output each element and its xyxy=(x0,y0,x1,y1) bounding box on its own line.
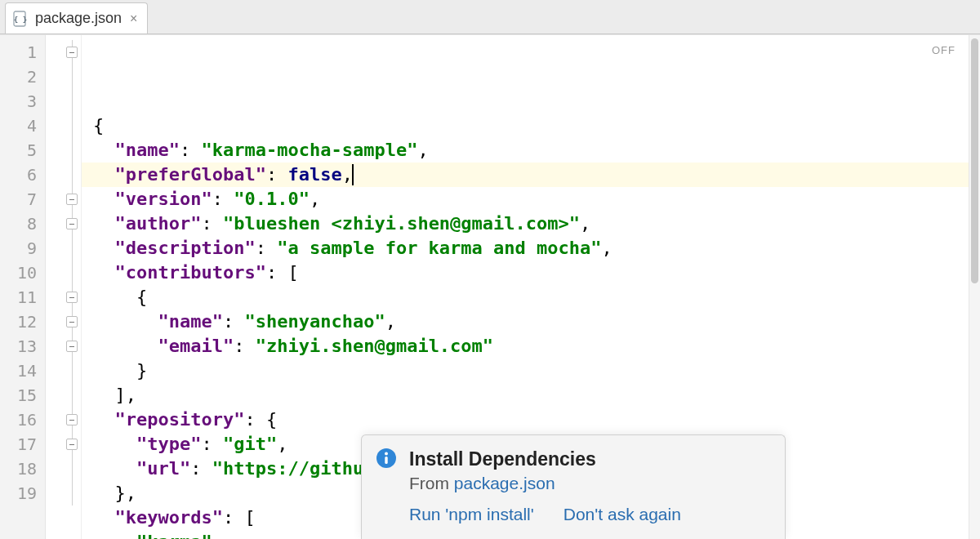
fold-gutter-row xyxy=(46,114,81,138)
editor-tab-package-json[interactable]: { } package.json × xyxy=(5,2,148,33)
line-number: 9 xyxy=(0,236,45,261)
token-punc: : xyxy=(234,336,256,356)
code-line[interactable]: "contributors": [ xyxy=(82,261,969,285)
token-key: "name" xyxy=(158,311,222,332)
line-number: 5 xyxy=(0,138,45,163)
code-line[interactable]: { xyxy=(82,114,969,138)
fold-handle[interactable] xyxy=(66,414,78,425)
fold-handle[interactable] xyxy=(66,316,78,327)
fold-handle[interactable] xyxy=(66,194,78,205)
token-key: "email" xyxy=(158,336,234,356)
line-number: 7 xyxy=(0,187,45,212)
fold-handle[interactable] xyxy=(66,47,78,58)
code-line[interactable]: "name": "shenyanchao", xyxy=(82,310,969,334)
token-punc: , xyxy=(580,213,590,234)
fold-gutter-row xyxy=(46,89,81,114)
line-number: 15 xyxy=(0,383,45,408)
line-number: 17 xyxy=(0,432,45,457)
token-punc: , xyxy=(385,311,396,332)
line-number: 3 xyxy=(0,89,45,114)
code-line[interactable]: "author": "blueshen <zhiyi.shen@gmail.co… xyxy=(82,212,969,236)
code-line[interactable]: "preferGlobal": false, xyxy=(82,163,969,187)
fold-gutter-row xyxy=(46,65,81,89)
token-str: "blueshen <zhiyi.shen@gmail.com>" xyxy=(223,213,580,234)
token-key: "repository" xyxy=(115,409,245,430)
notification-subtitle: From package.json xyxy=(409,474,768,493)
token-punc: ], xyxy=(115,385,137,405)
fold-gutter-row xyxy=(46,285,81,310)
dont-ask-again-action[interactable]: Don't ask again xyxy=(564,505,681,524)
line-number: 16 xyxy=(0,408,45,432)
fold-gutter-row xyxy=(46,383,81,408)
fold-gutter-row xyxy=(46,481,81,506)
fold-handle[interactable] xyxy=(66,292,78,303)
fold-gutter-row xyxy=(46,163,81,187)
line-number: 13 xyxy=(0,334,45,359)
token-key: "preferGlobal" xyxy=(115,164,266,185)
svg-text:{ }: { } xyxy=(14,16,27,24)
notification-file-link[interactable]: package.json xyxy=(454,474,555,492)
line-number: 1 xyxy=(0,40,45,65)
scrollbar[interactable] xyxy=(969,35,980,539)
line-number: 12 xyxy=(0,310,45,334)
token-punc: : xyxy=(266,164,288,185)
code-line[interactable]: { xyxy=(82,285,969,310)
fold-gutter-row xyxy=(46,40,81,65)
token-key: "contributors" xyxy=(115,262,266,283)
token-kw: false xyxy=(287,164,341,185)
code-line[interactable]: "version": "0.1.0", xyxy=(82,187,969,212)
fold-gutter-row xyxy=(46,187,81,212)
token-key: "description" xyxy=(115,238,256,258)
token-punc: : xyxy=(212,189,234,209)
token-key: "url" xyxy=(136,458,190,479)
line-number: 18 xyxy=(0,457,45,481)
fold-gutter-row xyxy=(46,310,81,334)
run-npm-install-action[interactable]: Run 'npm install' xyxy=(409,505,534,524)
token-str: "git" xyxy=(223,434,277,454)
fold-handle[interactable] xyxy=(66,218,78,229)
tab-filename: package.json xyxy=(35,10,122,27)
token-punc: { xyxy=(136,287,147,307)
token-punc: , xyxy=(310,189,320,209)
notification-actions: Run 'npm install' Don't ask again xyxy=(409,505,768,524)
notification-from-prefix: From xyxy=(409,474,454,492)
token-punc: : [ xyxy=(223,507,256,528)
fold-gutter-row xyxy=(46,236,81,261)
code-line[interactable]: } xyxy=(82,359,969,383)
fold-gutter-row xyxy=(46,334,81,359)
install-dependencies-notification: Install Dependencies From package.json R… xyxy=(361,434,786,539)
code-line[interactable]: "email": "zhiyi.shen@gmail.com" xyxy=(82,334,969,359)
close-tab-icon[interactable]: × xyxy=(128,11,139,26)
line-number: 6 xyxy=(0,163,45,187)
fold-handle[interactable] xyxy=(66,341,78,352)
token-punc: : xyxy=(256,238,278,258)
fold-handle[interactable] xyxy=(66,439,78,450)
token-str: "karma-mocha-sample" xyxy=(201,140,417,160)
line-number: 10 xyxy=(0,261,45,285)
token-punc: : xyxy=(180,140,202,160)
line-number: 19 xyxy=(0,481,45,506)
notification-title: Install Dependencies xyxy=(409,448,768,470)
fold-gutter-row xyxy=(46,138,81,163)
fold-gutter-row xyxy=(46,212,81,236)
line-number: 11 xyxy=(0,285,45,310)
scrollbar-thumb[interactable] xyxy=(971,38,978,283)
code-line[interactable]: "repository": { xyxy=(82,408,969,432)
inspections-off-badge[interactable]: OFF xyxy=(932,38,956,63)
code-line[interactable]: "description": "a sample for karma and m… xyxy=(82,236,969,261)
tab-bar: { } package.json × xyxy=(0,0,980,34)
token-key: "name" xyxy=(115,140,180,160)
token-str: "zhiyi.shen@gmail.com" xyxy=(256,336,493,356)
fold-gutter-row xyxy=(46,457,81,481)
code-line[interactable]: ], xyxy=(82,383,969,408)
fold-gutter-row xyxy=(46,432,81,457)
fold-gutter-row xyxy=(46,261,81,285)
text-caret xyxy=(352,164,354,185)
token-punc: , xyxy=(212,532,223,539)
token-punc: : xyxy=(201,434,223,454)
code-line[interactable]: "name": "karma-mocha-sample", xyxy=(82,138,969,163)
json-file-icon: { } xyxy=(12,11,29,27)
token-key: "keywords" xyxy=(115,507,223,528)
svg-rect-4 xyxy=(385,457,387,464)
token-punc: , xyxy=(277,434,287,454)
